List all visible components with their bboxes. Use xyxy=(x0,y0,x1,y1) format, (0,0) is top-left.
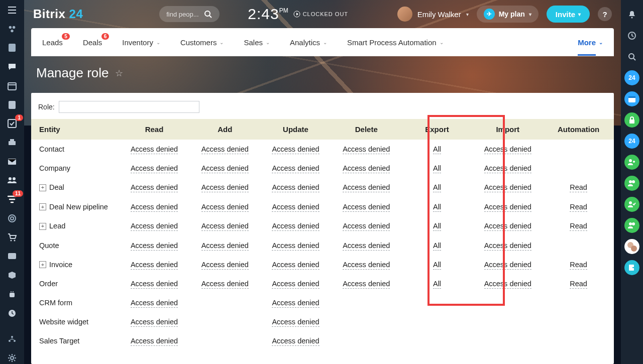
permission-value[interactable]: Read xyxy=(570,183,587,192)
permission-value[interactable]: Access denied xyxy=(131,299,178,308)
permission-value[interactable]: Access denied xyxy=(272,318,319,327)
tab-inventory[interactable]: Inventory ⌄ xyxy=(122,38,160,47)
permission-value[interactable]: Access denied xyxy=(201,261,249,270)
menu-icon[interactable] xyxy=(6,4,18,16)
permission-value[interactable]: Access denied xyxy=(484,203,531,212)
tasks-icon[interactable]: 1 xyxy=(6,117,18,130)
permission-value[interactable]: Access denied xyxy=(484,164,531,173)
help-icon[interactable]: ? xyxy=(598,7,612,21)
expand-toggle[interactable]: + xyxy=(39,203,46,210)
search-icon[interactable] xyxy=(624,49,639,64)
lock-icon[interactable] xyxy=(624,112,639,128)
user-menu[interactable]: Emily Walker ▾ xyxy=(397,7,469,22)
chat-icon[interactable] xyxy=(6,61,18,73)
permission-value[interactable]: All xyxy=(433,183,441,192)
clock-icon[interactable] xyxy=(6,307,18,319)
group-add-icon[interactable] xyxy=(624,155,639,170)
tab-analytics[interactable]: Analytics ⌄ xyxy=(290,38,327,47)
feed-icon[interactable] xyxy=(6,23,18,35)
history-icon[interactable] xyxy=(624,28,639,43)
permission-value[interactable]: Access denied xyxy=(131,337,178,346)
card-icon[interactable] xyxy=(6,251,18,263)
permission-value[interactable]: Access denied xyxy=(484,280,531,289)
permission-value[interactable]: Access denied xyxy=(131,318,178,327)
permission-value[interactable]: Read xyxy=(570,203,587,212)
permission-value[interactable]: Access denied xyxy=(272,241,319,251)
permission-value[interactable]: Access denied xyxy=(272,145,319,154)
permission-value[interactable]: All xyxy=(433,164,441,173)
calendar-badge-icon[interactable] xyxy=(624,91,639,106)
settings-icon[interactable] xyxy=(6,352,18,364)
permission-value[interactable]: Access denied xyxy=(201,241,249,251)
permission-value[interactable]: Access denied xyxy=(484,183,531,192)
permission-value[interactable]: Access denied xyxy=(343,241,390,251)
doc-icon[interactable] xyxy=(6,42,18,54)
android-icon[interactable] xyxy=(6,288,18,300)
permission-value[interactable]: Access denied xyxy=(343,145,390,154)
permission-value[interactable]: Access denied xyxy=(131,280,178,289)
permission-value[interactable]: Access denied xyxy=(201,280,249,289)
permission-value[interactable]: Access denied xyxy=(131,203,178,212)
cart-icon[interactable] xyxy=(6,231,18,244)
mail-icon[interactable] xyxy=(6,156,18,168)
print-icon[interactable] xyxy=(6,137,18,149)
permission-value[interactable]: Access denied xyxy=(343,280,390,289)
permission-value[interactable]: Access denied xyxy=(272,280,319,289)
permission-value[interactable]: All xyxy=(433,241,441,251)
people-icon[interactable] xyxy=(6,175,18,187)
tab-spa[interactable]: Smart Process Automation ⌄ xyxy=(347,38,444,47)
permission-value[interactable]: Access denied xyxy=(272,337,319,346)
brand-logo[interactable]: Bitrix 24 xyxy=(33,7,83,21)
permission-value[interactable]: Access denied xyxy=(484,222,531,231)
permission-value[interactable]: Access denied xyxy=(131,145,178,154)
permission-value[interactable]: Access denied xyxy=(343,183,390,192)
permission-value[interactable]: All xyxy=(433,280,441,289)
permission-value[interactable]: All xyxy=(433,203,441,212)
group-icon-2[interactable] xyxy=(624,218,639,233)
permission-value[interactable]: Access denied xyxy=(201,145,249,154)
permission-value[interactable]: Access denied xyxy=(343,164,390,173)
permission-value[interactable]: Read xyxy=(570,222,587,231)
permission-value[interactable]: Access denied xyxy=(272,261,319,270)
permission-value[interactable]: Access denied xyxy=(343,222,390,231)
export-icon[interactable] xyxy=(624,260,639,275)
permission-value[interactable]: All xyxy=(433,222,441,231)
filter-icon[interactable]: 11 xyxy=(6,193,18,205)
permission-value[interactable]: Access denied xyxy=(272,222,319,231)
permission-value[interactable]: Access denied xyxy=(201,222,249,231)
permission-value[interactable]: Read xyxy=(570,280,587,289)
group-icon[interactable] xyxy=(624,176,639,191)
role-input[interactable] xyxy=(59,101,199,113)
star-icon[interactable]: ☆ xyxy=(115,68,123,79)
target-icon[interactable] xyxy=(6,212,18,224)
global-search[interactable]: find peop... xyxy=(159,6,220,22)
permission-value[interactable]: Access denied xyxy=(131,164,178,173)
permission-value[interactable]: Access denied xyxy=(272,183,319,192)
tab-sales[interactable]: Sales ⌄ xyxy=(244,38,270,47)
bell-icon[interactable] xyxy=(624,7,639,22)
permission-value[interactable]: Access denied xyxy=(343,203,390,212)
calendar-icon[interactable] xyxy=(6,80,18,92)
group-check-icon[interactable] xyxy=(624,197,639,212)
tab-more[interactable]: More ⌄ xyxy=(578,38,603,47)
permission-value[interactable]: Access denied xyxy=(272,164,319,173)
permission-value[interactable]: All xyxy=(433,145,441,154)
permission-value[interactable]: All xyxy=(433,261,441,270)
permission-value[interactable]: Access denied xyxy=(484,145,531,154)
expand-toggle[interactable]: + xyxy=(39,261,46,268)
permission-value[interactable]: Access denied xyxy=(131,261,178,270)
permission-value[interactable]: Access denied xyxy=(131,183,178,192)
b24-badge-icon[interactable]: 24 xyxy=(624,70,639,85)
permission-value[interactable]: Access denied xyxy=(343,261,390,270)
invite-button[interactable]: Invite ▾ xyxy=(547,6,590,23)
permission-value[interactable]: Access denied xyxy=(201,203,249,212)
permission-value[interactable]: Read xyxy=(570,261,587,270)
my-plan-button[interactable]: ✈ My plan ▾ xyxy=(477,6,539,23)
expand-toggle[interactable]: + xyxy=(39,223,46,230)
tab-customers[interactable]: Customers ⌄ xyxy=(180,38,224,47)
sitemap-icon[interactable] xyxy=(6,333,18,345)
permission-value[interactable]: Access denied xyxy=(131,222,178,231)
tab-leads[interactable]: Leads5 xyxy=(42,38,63,47)
permission-value[interactable]: Access denied xyxy=(272,203,319,212)
permission-value[interactable]: Access denied xyxy=(201,183,249,192)
